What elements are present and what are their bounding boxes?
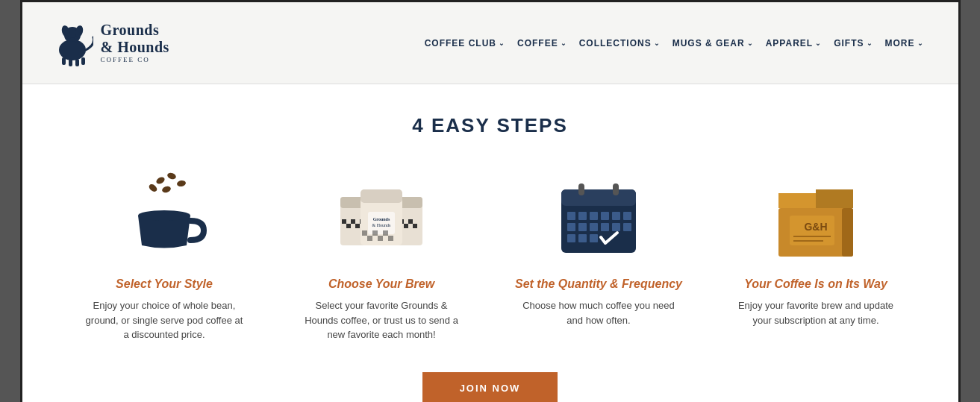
chevron-icon: ⌄ — [499, 40, 505, 47]
svg-rect-52 — [578, 212, 587, 220]
step-1: Select Your Style Enjoy your choice of w… — [67, 167, 262, 342]
svg-rect-62 — [623, 223, 631, 231]
svg-rect-6 — [69, 59, 72, 66]
svg-rect-48 — [561, 189, 636, 206]
svg-rect-26 — [355, 224, 360, 228]
chevron-icon: ⌄ — [815, 40, 822, 47]
nav-item-coffee[interactable]: COFFEE⌄ — [513, 35, 572, 51]
logo-sub: COFFEE CO — [101, 56, 169, 63]
svg-point-19 — [138, 210, 190, 221]
svg-rect-58 — [578, 223, 587, 231]
nav-item-apparel[interactable]: APPAREL⌄ — [761, 35, 826, 51]
svg-rect-64 — [578, 234, 587, 242]
chevron-icon: ⌄ — [654, 40, 661, 47]
svg-rect-43 — [383, 230, 388, 236]
svg-rect-54 — [601, 212, 609, 220]
step-2-title: Choose Your Brew — [328, 277, 434, 291]
svg-rect-51 — [567, 212, 575, 220]
step-3-icon — [550, 167, 647, 264]
svg-text:G&H: G&H — [804, 221, 827, 233]
svg-rect-46 — [388, 236, 393, 241]
chevron-icon: ⌄ — [747, 40, 754, 47]
svg-rect-60 — [601, 223, 609, 231]
header: Grounds & Hounds COFFEE CO COFFEE CLUB⌄C… — [22, 2, 958, 84]
step-4: G&H Your Coffee Is on Its Way Enjoy your… — [719, 167, 914, 342]
step-4-title: Your Coffee Is on Its Way — [744, 277, 887, 291]
svg-rect-32 — [408, 219, 413, 224]
svg-rect-56 — [623, 212, 631, 220]
svg-rect-5 — [62, 57, 66, 65]
main-nav: COFFEE CLUB⌄COFFEE⌄COLLECTIONS⌄MUGS & GE… — [420, 35, 928, 51]
svg-text:Grounds: Grounds — [373, 217, 390, 222]
svg-rect-41 — [362, 230, 367, 236]
nav-item-gifts[interactable]: GIFTS⌄ — [829, 35, 877, 51]
main-content: 4 EASY STEPS — [22, 84, 958, 402]
step-2: Grounds & Hounds Choose Your Brew Select… — [284, 167, 479, 342]
step-3: Set the Quantity & Frequency Choose how … — [502, 167, 696, 342]
join-now-button[interactable]: JOIN NOW — [422, 372, 558, 403]
nav-item-coffee-club[interactable]: COFFEE CLUB⌄ — [420, 35, 510, 51]
svg-rect-63 — [567, 234, 575, 242]
svg-rect-53 — [590, 212, 598, 220]
svg-rect-34 — [404, 224, 408, 228]
svg-rect-55 — [612, 212, 620, 220]
svg-rect-57 — [567, 223, 575, 231]
page-wrapper: Grounds & Hounds COFFEE CO COFFEE CLUB⌄C… — [20, 0, 961, 402]
step-2-icon: Grounds & Hounds — [333, 167, 430, 264]
step-1-title: Select Your Style — [116, 277, 213, 291]
logo-area[interactable]: Grounds & Hounds COFFEE CO — [52, 19, 169, 67]
logo-name-line1: Grounds — [101, 22, 169, 39]
svg-rect-50 — [613, 183, 619, 195]
svg-rect-8 — [81, 57, 85, 65]
svg-rect-44 — [367, 236, 372, 241]
chevron-icon: ⌄ — [561, 40, 567, 47]
step-3-desc: Choose how much coffee you need and how … — [516, 298, 681, 327]
svg-rect-37 — [361, 189, 402, 203]
svg-rect-22 — [342, 219, 346, 224]
logo-text: Grounds & Hounds COFFEE CO — [101, 22, 169, 63]
svg-rect-45 — [378, 236, 383, 241]
svg-rect-59 — [590, 223, 598, 231]
svg-rect-42 — [372, 230, 378, 236]
chevron-icon: ⌄ — [917, 40, 924, 47]
step-4-icon: G&H — [767, 167, 864, 264]
step-1-desc: Enjoy your choice of whole bean, ground,… — [82, 298, 246, 342]
svg-text:& Hounds: & Hounds — [372, 223, 392, 227]
svg-rect-67 — [842, 208, 853, 257]
nav-item-more[interactable]: MORE⌄ — [881, 35, 928, 51]
svg-rect-7 — [75, 59, 79, 66]
svg-rect-65 — [590, 234, 598, 242]
section-title: 4 EASY STEPS — [67, 114, 914, 137]
svg-rect-25 — [346, 224, 351, 228]
step-1-icon — [116, 167, 213, 264]
svg-rect-35 — [413, 224, 417, 228]
join-button-wrapper: JOIN NOW — [67, 372, 914, 403]
svg-rect-23 — [351, 219, 355, 224]
svg-rect-49 — [578, 183, 584, 195]
svg-rect-61 — [612, 223, 620, 231]
step-3-title: Set the Quantity & Frequency — [515, 277, 682, 291]
chevron-icon: ⌄ — [867, 40, 873, 47]
logo-dog-icon — [52, 19, 93, 67]
step-2-desc: Select your favorite Grounds & Hounds co… — [299, 298, 464, 342]
nav-item-mugs-gear[interactable]: MUGS & GEAR⌄ — [668, 35, 758, 51]
logo-name-line2: & Hounds — [101, 39, 169, 56]
nav-item-collections[interactable]: COLLECTIONS⌄ — [575, 35, 665, 51]
step-4-desc: Enjoy your favorite brew and update your… — [734, 298, 898, 327]
steps-grid: Select Your Style Enjoy your choice of w… — [67, 167, 914, 342]
svg-point-4 — [69, 38, 75, 42]
